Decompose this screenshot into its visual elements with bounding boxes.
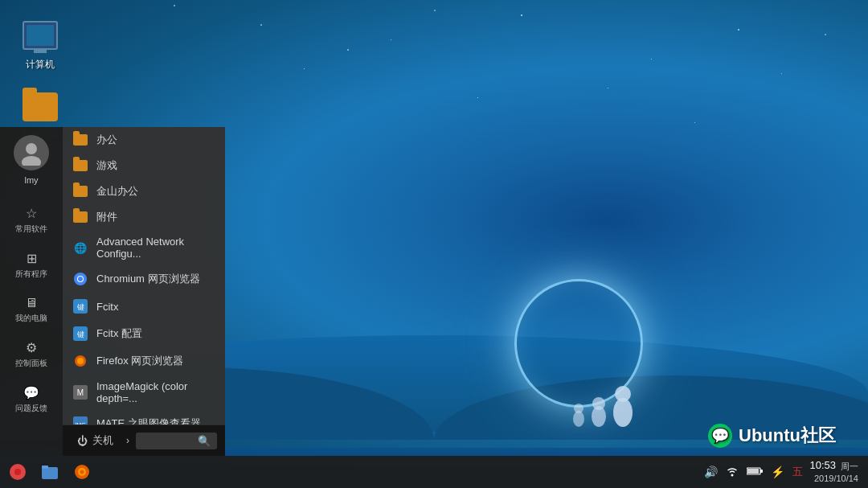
date-display: 2019/10/14 <box>809 473 858 484</box>
firefox-taskbar-button[interactable] <box>68 457 96 486</box>
folder-accessories-icon <box>72 209 88 225</box>
svg-point-0 <box>613 398 633 427</box>
mate-eye-icon: IMG <box>72 416 88 424</box>
menu-item-mate-eye[interactable]: IMG MATE 之眼图像查看器 <box>63 410 225 424</box>
menu-item-fcitx-config-label: Fcitx 配置 <box>96 326 142 341</box>
advanced-network-icon: 🌐 <box>72 240 88 256</box>
fcitx-icon: 键 <box>72 298 88 314</box>
user-area[interactable]: lmy <box>14 135 49 185</box>
chromium-icon <box>72 271 88 287</box>
search-input[interactable] <box>142 435 193 446</box>
menu-item-firefox-label: Firefox 网页浏览器 <box>96 354 183 368</box>
search-bar[interactable]: 🔍 <box>136 433 217 449</box>
all-programs-icon: ⊞ <box>27 251 37 266</box>
keyboard-ime-icon[interactable]: 五 <box>792 465 803 479</box>
tray-icons: 🔊 ⚡ 五 <box>704 465 803 480</box>
menu-item-imagemagick-label: ImageMagick (color depth=... <box>96 380 215 404</box>
wechat-icon: 💬 <box>708 424 732 448</box>
menu-bottom-bar: ⏻ 关机 › 🔍 <box>63 424 225 456</box>
folder-office-icon <box>72 132 88 148</box>
menu-item-fcitx[interactable]: 键 Fcitx <box>63 293 225 320</box>
svg-point-10 <box>78 277 83 281</box>
svg-rect-36 <box>760 470 763 473</box>
sidebar-item-feedback[interactable]: 💬 问题反馈 <box>0 379 63 420</box>
svg-point-5 <box>574 404 583 413</box>
svg-text:键: 键 <box>76 303 84 311</box>
desktop-icons-area: 计算机 主文件夹 <box>12 16 68 143</box>
file-manager-button[interactable] <box>35 457 64 486</box>
folder-games-icon <box>72 158 88 174</box>
taskbar-left <box>0 457 96 486</box>
sidebar-item-common-software[interactable]: ☆ 常用软件 <box>0 199 63 241</box>
power-label: 关机 <box>92 433 113 448</box>
menu-item-advanced-network[interactable]: 🌐 Advanced Network Configu... <box>63 230 225 265</box>
menu-item-accessories-label: 附件 <box>96 210 117 224</box>
volume-icon[interactable]: 🔊 <box>704 465 718 478</box>
animals-illustration <box>555 352 651 436</box>
menu-scroll-area[interactable]: 办公 游戏 金山办公 <box>63 127 225 424</box>
start-button[interactable] <box>3 457 32 486</box>
menu-item-games-label: 游戏 <box>96 158 117 173</box>
user-name: lmy <box>24 175 38 185</box>
svg-point-1 <box>615 386 631 402</box>
desktop: 💬 Ubuntu社区 计算机 主文件夹 <box>0 0 868 488</box>
svg-rect-29 <box>42 467 58 479</box>
svg-point-16 <box>77 358 84 364</box>
svg-rect-37 <box>747 469 759 474</box>
control-panel-icon: ⚙ <box>26 340 37 355</box>
community-badge: 💬 Ubuntu社区 <box>708 424 836 448</box>
power-button[interactable]: ⏻ 关机 <box>71 430 120 451</box>
my-computer-icon: 🖥 <box>25 296 38 310</box>
power-arrow: › <box>126 435 129 446</box>
menu-item-office[interactable]: 办公 <box>63 127 225 153</box>
computer-icon-label: 计算机 <box>26 58 55 72</box>
sidebar-item-control-panel[interactable]: ⚙ 控制面板 <box>0 334 63 375</box>
menu-item-games[interactable]: 游戏 <box>63 153 225 178</box>
folder-kingsoft-icon <box>72 183 88 199</box>
home-folder-icon <box>21 88 59 126</box>
menu-item-accessories[interactable]: 附件 <box>63 204 225 230</box>
sidebar-item-all-programs[interactable]: ⊞ 所有程序 <box>0 244 63 286</box>
start-menu-panel: 办公 游戏 金山办公 <box>63 127 225 456</box>
start-menu-container: lmy ☆ 常用软件 ⊞ 所有程序 🖥 我的电脑 ⚙ 控制面板 💬 问题反馈 <box>0 127 225 456</box>
sidebar-item-control-panel-label: 控制面板 <box>15 358 47 369</box>
menu-item-office-label: 办公 <box>96 133 117 147</box>
svg-text:键: 键 <box>76 330 84 338</box>
taskbar: 🔊 ⚡ 五 <box>0 456 868 488</box>
svg-point-6 <box>26 143 37 154</box>
clock-area: 10:53 周一 2019/10/14 <box>809 459 858 484</box>
menu-item-firefox[interactable]: Firefox 网页浏览器 <box>63 347 225 375</box>
imagemagick-icon: M <box>72 384 88 400</box>
desktop-icon-computer[interactable]: 计算机 <box>12 16 68 72</box>
sidebar-item-my-computer-label: 我的电脑 <box>15 313 47 324</box>
menu-item-fcitx-label: Fcitx <box>96 301 118 313</box>
bluetooth-icon[interactable]: ⚡ <box>771 465 784 478</box>
menu-item-fcitx-config[interactable]: 键 Fcitx 配置 <box>63 320 225 347</box>
menu-item-kingsoft-label: 金山办公 <box>96 184 138 199</box>
menu-item-chromium[interactable]: Chromium 网页浏览器 <box>63 265 225 293</box>
svg-text:M: M <box>77 388 84 397</box>
sidebar-item-common-software-label: 常用软件 <box>15 223 47 235</box>
wifi-icon[interactable] <box>726 465 739 480</box>
sidebar-item-feedback-label: 问题反馈 <box>15 403 47 414</box>
menu-item-kingsoft[interactable]: 金山办公 <box>63 178 225 204</box>
community-text: Ubuntu社区 <box>739 424 836 448</box>
common-software-icon: ☆ <box>26 206 37 221</box>
computer-icon <box>21 16 59 55</box>
firefox-icon <box>72 353 88 369</box>
menu-item-imagemagick[interactable]: M ImageMagick (color depth=... <box>63 375 225 410</box>
user-avatar <box>14 135 49 170</box>
day-display: 周一 <box>841 461 858 472</box>
svg-point-28 <box>14 469 21 475</box>
svg-point-34 <box>731 474 734 476</box>
svg-text:IMG: IMG <box>75 422 85 424</box>
power-icon: ⏻ <box>77 435 88 447</box>
battery-icon[interactable] <box>747 465 763 478</box>
svg-point-7 <box>22 156 41 166</box>
menu-item-chromium-label: Chromium 网页浏览器 <box>96 272 200 286</box>
taskbar-right: 🔊 ⚡ 五 <box>704 459 868 484</box>
sidebar-item-my-computer[interactable]: 🖥 我的电脑 <box>0 289 63 330</box>
svg-rect-30 <box>42 465 48 469</box>
start-menu-sidebar: lmy ☆ 常用软件 ⊞ 所有程序 🖥 我的电脑 ⚙ 控制面板 💬 问题反馈 <box>0 127 63 456</box>
feedback-icon: 💬 <box>23 385 39 400</box>
